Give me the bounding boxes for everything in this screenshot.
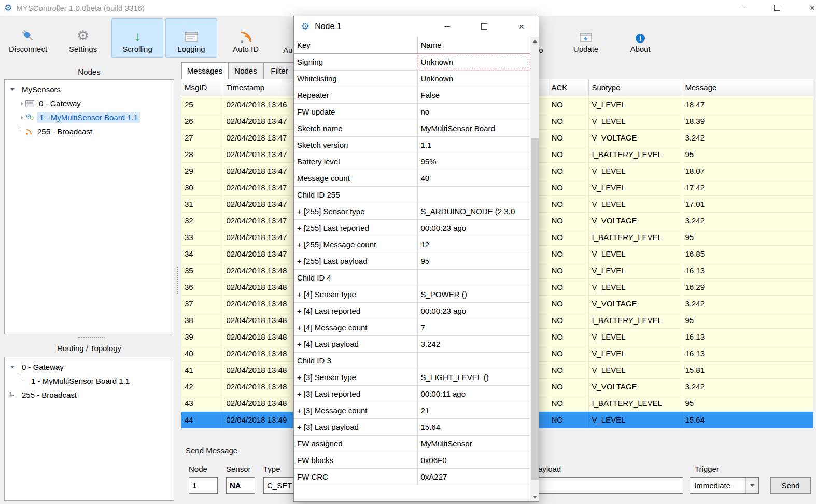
node-property-row[interactable]: + [3] Message count 21 xyxy=(294,402,530,418)
tree-item[interactable]: 0 - Gateway xyxy=(5,360,174,374)
expander-icon[interactable] xyxy=(18,116,25,120)
node-property-row[interactable]: Sketch version 1.1 xyxy=(294,136,530,153)
send-button[interactable]: Send xyxy=(770,477,811,494)
maximize-icon xyxy=(774,5,780,11)
node-property-row[interactable]: Whitelisting Unknown xyxy=(294,70,530,87)
about-button[interactable]: i About xyxy=(614,18,666,58)
cell-message: 16.29 xyxy=(682,278,813,295)
horizontal-splitter-handle[interactable] xyxy=(78,337,105,338)
toolbar-button-truncated-left[interactable]: Au xyxy=(283,46,292,54)
titlebar: ⚙ MYSController 1.0.0beta (build 3316) × xyxy=(0,0,816,16)
sensor-field[interactable] xyxy=(226,477,255,494)
cell-ack: NO xyxy=(548,345,588,361)
node-property-row[interactable]: + [3] Last reported 00:00:11 ago xyxy=(294,385,530,402)
wireless-icon xyxy=(239,24,252,43)
node-property-row[interactable]: Signing Unknown xyxy=(294,53,530,70)
cell-msgid: 30 xyxy=(181,179,223,195)
expander-icon[interactable] xyxy=(9,366,16,368)
node-property-row[interactable]: FW update no xyxy=(294,103,530,120)
cell-msgid: 38 xyxy=(181,312,223,328)
dialog-close-button[interactable]: × xyxy=(510,16,533,37)
node-field[interactable] xyxy=(189,477,218,494)
property-value: S_POWER () xyxy=(417,286,530,302)
cell-ack: NO xyxy=(548,162,588,179)
node-property-row[interactable]: FW CRC 0xA227 xyxy=(294,468,530,485)
node-property-row[interactable]: + [4] Last reported 00:00:23 ago xyxy=(294,302,530,319)
logging-toggle[interactable]: Logging xyxy=(165,18,217,58)
tree-item[interactable]: 1 - MyMultiSensor Board 1.1 xyxy=(5,110,174,124)
payload-field[interactable] xyxy=(533,477,683,494)
property-value: no xyxy=(417,103,530,120)
scrolling-toggle[interactable]: ↓ Scrolling xyxy=(111,18,163,58)
scroll-up-icon[interactable] xyxy=(530,37,539,46)
col-header-name[interactable]: Name xyxy=(417,37,530,53)
node-property-row[interactable]: + [4] Last payload 3.242 xyxy=(294,335,530,352)
dialog-scrollbar[interactable] xyxy=(530,37,539,501)
tree-item[interactable]: MySensors xyxy=(5,82,174,96)
disconnect-button[interactable]: Disconnect xyxy=(2,18,54,58)
tab-messages[interactable]: Messages xyxy=(181,62,228,79)
tab-nodes[interactable]: Nodes xyxy=(228,62,263,79)
expander-icon[interactable] xyxy=(9,390,16,400)
col-header-key[interactable]: Key xyxy=(294,37,417,53)
node-property-row[interactable]: Child ID 4 xyxy=(294,269,530,286)
node-properties-table: Key Name Signing Unknown Whitelisting Un… xyxy=(294,37,530,485)
dialog-minimize-button[interactable] xyxy=(435,16,459,37)
tree-item[interactable]: 255 - Broadcast xyxy=(5,388,174,402)
tree-item[interactable]: 255 - Broadcast xyxy=(5,124,174,138)
cell-subtype: V_LEVEL xyxy=(588,245,682,262)
expander-icon[interactable] xyxy=(9,88,16,91)
cell-msgid: 29 xyxy=(181,162,223,179)
update-button[interactable]: Update xyxy=(560,18,612,58)
cell-ack: NO xyxy=(548,146,588,162)
col-header-message[interactable]: Message xyxy=(682,79,813,96)
cell-message: 18.07 xyxy=(682,162,813,179)
node-property-row[interactable]: Message count 40 xyxy=(294,170,530,186)
property-key: Child ID 4 xyxy=(294,269,417,286)
routing-panel-title: Routing / Topology xyxy=(4,344,174,353)
scrollbar-thumb[interactable] xyxy=(531,138,539,480)
scroll-down-icon[interactable] xyxy=(530,493,539,501)
node-property-row[interactable]: + [3] Last payload 15.64 xyxy=(294,418,530,435)
vertical-splitter-handle[interactable] xyxy=(177,267,178,294)
property-key: Child ID 3 xyxy=(294,352,417,369)
cell-message: 16.13 xyxy=(682,345,813,361)
cell-subtype: I_BATTERY_LEVEL xyxy=(588,146,682,162)
col-header-msgid[interactable]: MsgID xyxy=(181,79,223,96)
tab-filter[interactable]: Filter xyxy=(263,62,296,79)
dialog-maximize-button[interactable] xyxy=(472,16,496,37)
node-property-row[interactable]: Child ID 3 xyxy=(294,352,530,369)
node-property-row[interactable]: + [4] Sensor type S_POWER () xyxy=(294,286,530,302)
node-property-row[interactable]: + [255] Message count 12 xyxy=(294,236,530,253)
node-property-row[interactable]: Sketch name MyMultiSensor Board xyxy=(294,120,530,136)
expander-icon[interactable] xyxy=(18,376,25,386)
minimize-button[interactable] xyxy=(730,0,754,16)
node-property-row[interactable]: Repeater False xyxy=(294,87,530,103)
disconnect-label: Disconnect xyxy=(9,45,47,53)
node-property-row[interactable]: + [255] Last payload 95 xyxy=(294,253,530,269)
node-property-row[interactable]: + [3] Sensor type S_LIGHT_LEVEL () xyxy=(294,369,530,385)
node-property-row[interactable]: + [255] Last reported 00:00:23 ago xyxy=(294,219,530,236)
settings-button[interactable]: ⚙ Settings xyxy=(57,18,109,58)
node-property-row[interactable]: FW assigned MyMultiSensor xyxy=(294,435,530,452)
tree-item[interactable]: 1 - MyMultiSensor Board 1.1 xyxy=(5,374,174,388)
col-header-subtype[interactable]: Subtype xyxy=(588,79,682,96)
chevron-down-icon[interactable] xyxy=(745,478,758,493)
property-key: + [3] Last reported xyxy=(294,385,417,402)
cell-subtype: I_BATTERY_LEVEL xyxy=(588,229,682,245)
property-key: FW update xyxy=(294,103,417,120)
node-property-row[interactable]: Child ID 255 xyxy=(294,186,530,203)
tree-item[interactable]: 0 - Gateway xyxy=(5,96,174,110)
col-header-ack[interactable]: ACK xyxy=(548,79,588,96)
trigger-select[interactable]: Immediate xyxy=(690,477,759,494)
node-property-row[interactable]: + [255] Sensor type S_ARDUINO_NODE (2.3.… xyxy=(294,203,530,219)
maximize-button[interactable] xyxy=(765,0,789,16)
expander-icon[interactable] xyxy=(18,102,25,106)
expander-icon[interactable] xyxy=(18,127,25,136)
close-button[interactable]: × xyxy=(800,0,816,16)
auto-id-button[interactable]: Auto ID xyxy=(220,18,272,58)
node-property-row[interactable]: FW blocks 0x06F0 xyxy=(294,452,530,468)
node-property-row[interactable]: Battery level 95% xyxy=(294,153,530,170)
node-property-row[interactable]: + [4] Message count 7 xyxy=(294,319,530,335)
cell-message: 95 xyxy=(682,395,813,411)
